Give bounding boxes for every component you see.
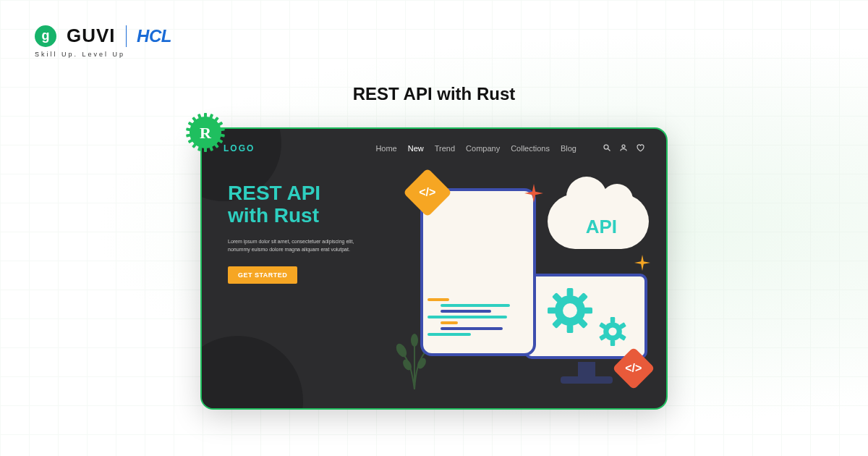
svg-line-4 <box>608 149 610 151</box>
sparkle-icon <box>524 184 543 203</box>
nav-item-blog[interactable]: Blog <box>561 144 576 153</box>
get-started-button[interactable]: GET STARTED <box>228 266 297 284</box>
guvi-badge-letter: g <box>42 28 50 43</box>
guvi-badge-icon: g <box>35 25 56 47</box>
svg-point-11 <box>563 303 577 318</box>
gear-icon <box>598 317 627 349</box>
guvi-wordmark: GUVI <box>67 25 116 47</box>
nav-items: Home New Trend Company Collections Blog <box>375 144 576 153</box>
hero-description: Lorem ipsum dolor sit amet, consectetuer… <box>228 237 365 253</box>
search-icon[interactable] <box>603 143 611 153</box>
heart-icon[interactable] <box>636 143 644 153</box>
svg-rect-1 <box>204 113 207 118</box>
svg-point-15 <box>394 342 409 358</box>
hero-title-line1: REST API <box>228 182 320 204</box>
svg-point-17 <box>411 334 418 347</box>
svg-point-5 <box>622 145 625 148</box>
code-symbol: </> <box>625 362 642 375</box>
hero-copy: REST API with Rust Lorem ipsum dolor sit… <box>228 182 394 284</box>
nav-item-company[interactable]: Company <box>466 144 500 153</box>
hero-title-line2: with Rust <box>228 204 319 227</box>
svg-point-14 <box>608 327 616 335</box>
preview-card: LOGO Home New Trend Company Collections … <box>200 127 668 410</box>
page-title: REST API with Rust <box>0 84 868 104</box>
nav-item-home[interactable]: Home <box>375 144 396 153</box>
brand-divider <box>126 25 127 47</box>
nav-item-collections[interactable]: Collections <box>511 144 550 153</box>
nav-item-new[interactable]: New <box>408 144 424 153</box>
site-logo-label: LOGO <box>224 143 255 153</box>
gear-icon <box>548 288 592 336</box>
svg-text:R: R <box>200 124 212 142</box>
rust-logo-icon: R <box>186 113 225 152</box>
brand-tagline: Skill Up. Level Up <box>35 51 125 58</box>
code-lines-icon <box>427 295 526 349</box>
svg-rect-12 <box>610 317 615 323</box>
brand-header: g GUVI HCL <box>35 25 171 47</box>
hero-title: REST API with Rust <box>228 182 394 227</box>
user-icon[interactable] <box>619 143 628 153</box>
svg-rect-9 <box>567 288 574 296</box>
monitor-base <box>561 376 613 384</box>
nav-utility-icons <box>603 143 644 153</box>
monitor-stand <box>578 362 595 378</box>
hcl-wordmark: HCL <box>137 26 171 46</box>
code-symbol: </> <box>419 186 435 199</box>
sparkle-icon <box>634 255 650 271</box>
nav-item-trend[interactable]: Trend <box>435 144 455 153</box>
site-nav: LOGO Home New Trend Company Collections … <box>202 129 666 153</box>
svg-point-3 <box>604 145 608 149</box>
cloud-api-label: API <box>586 216 617 238</box>
